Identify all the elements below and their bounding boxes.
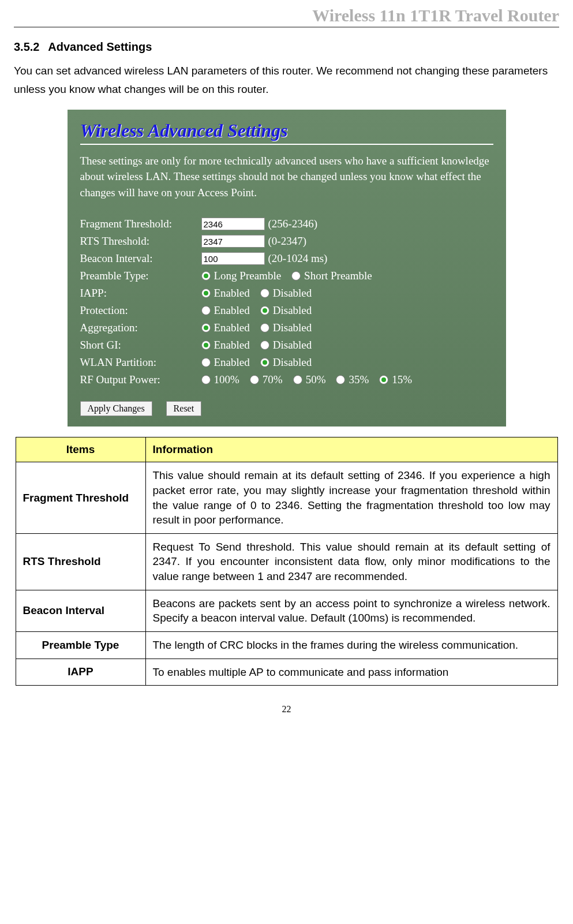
table-row: Fragment Threshold This value should rem… [16,462,557,534]
beacon-interval-range: (20-1024 ms) [268,252,328,265]
row-item: Fragment Threshold [16,462,145,534]
aggregation-label: Aggregation: [80,321,201,334]
iapp-label: IAPP: [80,287,201,300]
section-title: Advanced Settings [48,40,152,53]
table-row: Beacon Interval Beacons are packets sent… [16,590,557,631]
table-header-information: Information [145,437,557,462]
protection-enabled-radio[interactable] [201,306,211,315]
aggregation-enabled-radio[interactable] [201,323,211,332]
table-row: IAPP To enables multiple AP to communica… [16,659,557,686]
row-info: To enables multiple AP to communicate an… [145,659,557,686]
rf-power-label: RF Output Power: [80,373,201,386]
aggregation-disabled-text: Disabled [273,321,312,334]
wlan-disabled-radio[interactable] [260,358,269,367]
row-info: Request To Send threshold. This value sh… [145,533,557,590]
fragment-threshold-row: Fragment Threshold: (256-2346) [80,215,493,233]
table-row: RTS Threshold Request To Send threshold.… [16,533,557,590]
beacon-interval-row: Beacon Interval: (20-1024 ms) [80,250,493,267]
beacon-interval-label: Beacon Interval: [80,252,201,265]
rf-50-radio[interactable] [293,375,302,384]
rf-50-text: 50% [306,373,326,386]
rts-threshold-input[interactable] [201,235,265,248]
rf-15-radio[interactable] [379,375,388,384]
row-item: RTS Threshold [16,533,145,590]
aggregation-row: Aggregation: Enabled Disabled [80,319,493,336]
table-row: Preamble Type The length of CRC blocks i… [16,632,557,659]
shortgi-enabled-text: Enabled [214,339,250,351]
preamble-row: Preamble Type: Long Preamble Short Pream… [80,267,493,285]
shortgi-enabled-radio[interactable] [201,341,211,350]
page-number: 22 [14,704,559,714]
wlan-enabled-text: Enabled [214,356,250,369]
wlan-partition-row: WLAN Partition: Enabled Disabled [80,354,493,371]
aggregation-enabled-text: Enabled [214,321,250,334]
iapp-row: IAPP: Enabled Disabled [80,285,493,302]
iapp-disabled-radio[interactable] [260,289,269,298]
wlan-enabled-radio[interactable] [201,358,211,367]
protection-row: Protection: Enabled Disabled [80,302,493,319]
rf-35-text: 35% [349,373,369,386]
info-table: Items Information Fragment Threshold Thi… [16,437,558,686]
shortgi-label: Short GI: [80,339,201,351]
section-number: 3.5.2 [14,40,39,53]
section-heading: 3.5.2 Advanced Settings [14,40,559,54]
preamble-label: Preamble Type: [80,270,201,282]
rf-100-text: 100% [214,373,239,386]
iapp-disabled-text: Disabled [273,287,312,300]
beacon-interval-input[interactable] [201,252,265,265]
protection-enabled-text: Enabled [214,304,250,317]
aggregation-disabled-radio[interactable] [260,323,269,332]
rf-15-text: 15% [392,373,412,386]
panel-title: Wireless Advanced Settings [80,120,493,145]
rf-power-row: RF Output Power: 100% 70% 50% 35% 15% [80,371,493,388]
table-header-items: Items [16,437,145,462]
preamble-short-text: Short Preamble [304,270,372,282]
rf-100-radio[interactable] [201,375,211,384]
iapp-enabled-text: Enabled [214,287,250,300]
preamble-short-radio[interactable] [291,271,301,280]
preamble-long-radio[interactable] [201,271,211,280]
rf-70-radio[interactable] [250,375,259,384]
row-info: The length of CRC blocks in the frames d… [145,632,557,659]
fragment-threshold-range: (256-2346) [268,218,317,230]
rts-threshold-row: RTS Threshold: (0-2347) [80,233,493,250]
shortgi-row: Short GI: Enabled Disabled [80,336,493,354]
rts-threshold-range: (0-2347) [268,235,306,248]
protection-disabled-radio[interactable] [260,306,269,315]
row-info: Beacons are packets sent by an access po… [145,590,557,631]
row-item: IAPP [16,659,145,686]
row-item: Beacon Interval [16,590,145,631]
panel-description: These settings are only for more technic… [80,153,493,201]
row-item: Preamble Type [16,632,145,659]
shortgi-disabled-radio[interactable] [260,341,269,350]
rf-70-text: 70% [263,373,283,386]
document-header: Wireless 11n 1T1R Travel Router [14,6,559,28]
fragment-threshold-input[interactable] [201,218,265,230]
wlan-partition-label: WLAN Partition: [80,356,201,369]
embedded-screenshot: Wireless Advanced Settings These setting… [68,110,506,427]
rts-threshold-label: RTS Threshold: [80,235,201,248]
row-info: This value should remain at its default … [145,462,557,534]
section-intro-text: You can set advanced wireless LAN parame… [14,62,559,99]
protection-label: Protection: [80,304,201,317]
wlan-disabled-text: Disabled [273,356,312,369]
preamble-long-text: Long Preamble [214,270,282,282]
apply-changes-button[interactable]: Apply Changes [80,401,152,416]
rf-35-radio[interactable] [336,375,345,384]
fragment-threshold-label: Fragment Threshold: [80,218,201,230]
iapp-enabled-radio[interactable] [201,289,211,298]
reset-button[interactable]: Reset [166,401,202,416]
shortgi-disabled-text: Disabled [273,339,312,351]
protection-disabled-text: Disabled [273,304,312,317]
